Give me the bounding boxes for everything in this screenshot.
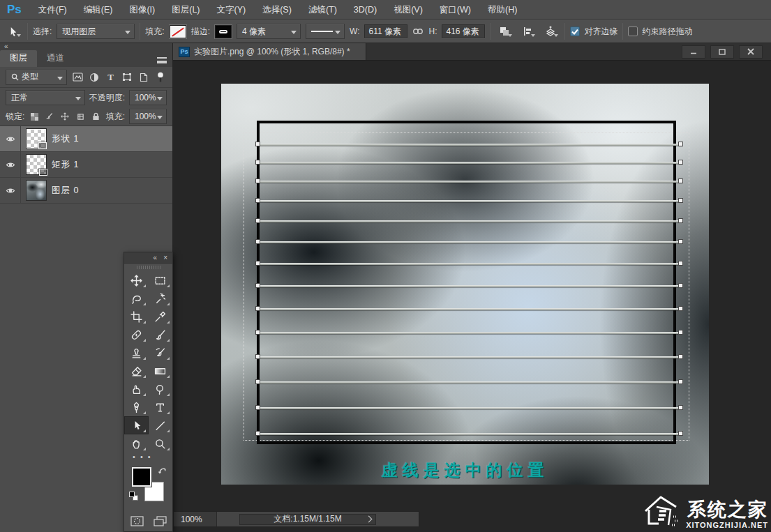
lock-artboard-icon[interactable] xyxy=(75,110,86,123)
menu-item[interactable]: 编辑(E) xyxy=(75,0,121,20)
path-arrangement-button[interactable] xyxy=(541,23,560,40)
layer-visibility-eye-icon[interactable] xyxy=(0,126,21,151)
line-anchor-handle[interactable] xyxy=(255,283,260,288)
layer-row[interactable]: 形状 1 xyxy=(0,126,172,152)
lasso-tool[interactable] xyxy=(124,289,149,307)
line-tool[interactable] xyxy=(149,416,173,434)
line-anchor-handle[interactable] xyxy=(678,239,683,244)
move-tool[interactable] xyxy=(124,271,149,289)
stroke-color-swatch[interactable] xyxy=(215,25,232,38)
line-anchor-handle[interactable] xyxy=(255,218,260,223)
line-anchor-handle[interactable] xyxy=(678,160,683,165)
more-tools-button[interactable]: • • • xyxy=(124,453,172,465)
opacity-dropdown[interactable]: 100% xyxy=(129,90,167,105)
fill-opacity-dropdown[interactable]: 100% xyxy=(129,109,167,124)
shape-width-input[interactable]: 611 像素 xyxy=(364,24,407,38)
dodge-tool[interactable] xyxy=(149,380,173,398)
filter-type-layers-icon[interactable]: T xyxy=(105,71,117,84)
shape-line[interactable] xyxy=(257,332,682,334)
tool-preset-button[interactable] xyxy=(4,23,22,40)
line-anchor-handle[interactable] xyxy=(678,330,683,335)
document-tab[interactable]: Ps 实验图片.png @ 100% (形状 1, RGB/8#) * xyxy=(173,43,366,60)
select-mode-dropdown[interactable]: 现用图层 xyxy=(57,24,135,39)
path-selection-tool[interactable] xyxy=(124,416,149,434)
layer-thumbnail[interactable] xyxy=(27,181,46,200)
blend-mode-dropdown[interactable]: 正常 xyxy=(6,90,85,105)
panel-menu-icon[interactable] xyxy=(157,57,167,63)
swap-colors-icon[interactable] xyxy=(158,466,167,476)
line-anchor-handle[interactable] xyxy=(255,142,260,146)
line-anchor-handle[interactable] xyxy=(678,306,683,311)
document-size-field[interactable]: 文档:1.15M/1.15M xyxy=(239,514,376,525)
shape-line[interactable] xyxy=(257,407,682,409)
menu-item[interactable]: 文字(Y) xyxy=(209,0,255,20)
zoom-level-field[interactable]: 100% xyxy=(174,512,217,526)
shape-line[interactable] xyxy=(257,308,682,310)
tab-layers[interactable]: 图层 xyxy=(0,50,37,67)
menu-item[interactable]: 文件(F) xyxy=(30,0,75,20)
shape-line[interactable] xyxy=(257,356,682,358)
align-edges-option[interactable]: 对齐边缘 xyxy=(570,26,617,38)
zoom-tool[interactable] xyxy=(149,434,173,453)
gradient-tool[interactable] xyxy=(149,362,173,380)
constrain-path-checkbox[interactable] xyxy=(628,26,638,36)
filter-smart-objects-icon[interactable] xyxy=(137,71,150,84)
layer-row[interactable]: 图层 0 xyxy=(0,178,172,204)
shape-line[interactable] xyxy=(257,181,682,183)
path-alignment-button[interactable] xyxy=(518,23,537,40)
quick-mask-button[interactable] xyxy=(130,516,144,526)
foreground-color-swatch[interactable] xyxy=(132,467,151,487)
shape-line[interactable] xyxy=(257,241,682,243)
history-brush-tool[interactable] xyxy=(149,344,173,362)
lock-pixels-icon[interactable] xyxy=(44,110,55,123)
line-anchor-handle[interactable] xyxy=(255,379,260,384)
path-operations-button[interactable] xyxy=(495,23,514,40)
line-anchor-handle[interactable] xyxy=(678,283,683,288)
smudge-tool[interactable] xyxy=(124,380,149,398)
shape-line[interactable] xyxy=(257,381,682,383)
default-colors-icon[interactable] xyxy=(129,492,138,501)
layer-row[interactable]: 矩形 1 xyxy=(0,152,172,178)
lock-transparency-icon[interactable] xyxy=(29,110,40,123)
menu-item[interactable]: 图层(L) xyxy=(163,0,208,20)
line-anchor-handle[interactable] xyxy=(255,198,260,203)
filter-shape-layers-icon[interactable] xyxy=(121,71,134,84)
lock-position-icon[interactable] xyxy=(59,110,70,123)
line-anchor-handle[interactable] xyxy=(678,379,683,384)
menu-item[interactable]: 窗口(W) xyxy=(431,0,479,20)
menu-item[interactable]: 图像(I) xyxy=(121,0,163,20)
shape-line[interactable] xyxy=(257,200,682,202)
clone-stamp-tool[interactable] xyxy=(124,344,149,362)
type-tool[interactable] xyxy=(149,398,173,416)
line-anchor-handle[interactable] xyxy=(678,431,683,436)
menu-item[interactable]: 选择(S) xyxy=(254,0,300,20)
line-anchor-handle[interactable] xyxy=(678,142,683,146)
filter-adjustment-layers-icon[interactable] xyxy=(88,71,100,84)
fill-color-swatch[interactable] xyxy=(170,25,186,38)
constrain-path-option[interactable]: 约束路径拖动 xyxy=(628,26,692,38)
brush-tool[interactable] xyxy=(149,326,173,344)
shape-line[interactable] xyxy=(257,144,682,146)
line-anchor-handle[interactable] xyxy=(678,178,683,183)
line-anchor-handle[interactable] xyxy=(255,431,260,436)
link-dimensions-icon[interactable] xyxy=(412,27,424,36)
line-anchor-handle[interactable] xyxy=(678,354,683,359)
canvas[interactable]: 虚线是选中的位置 xyxy=(221,84,709,485)
eraser-tool[interactable] xyxy=(124,362,149,380)
stroke-width-dropdown[interactable]: 4 像素 xyxy=(237,24,301,39)
menu-item[interactable]: 帮助(H) xyxy=(479,0,525,20)
menu-item[interactable]: 视图(V) xyxy=(385,0,431,20)
toolbox-close-icon[interactable]: × xyxy=(163,253,167,263)
crop-tool[interactable] xyxy=(124,307,149,326)
layer-name[interactable]: 图层 0 xyxy=(52,185,79,197)
hand-tool[interactable] xyxy=(124,434,149,453)
screen-mode-button[interactable] xyxy=(154,516,167,526)
maximize-button[interactable] xyxy=(710,45,734,59)
layer-visibility-eye-icon[interactable] xyxy=(0,178,21,203)
lock-all-icon[interactable] xyxy=(90,110,101,123)
shape-line[interactable] xyxy=(257,162,682,164)
line-anchor-handle[interactable] xyxy=(678,405,683,410)
shape-height-input[interactable]: 416 像素 xyxy=(442,24,485,38)
filter-pixel-layers-icon[interactable] xyxy=(71,71,84,84)
layer-visibility-eye-icon[interactable] xyxy=(0,152,21,177)
